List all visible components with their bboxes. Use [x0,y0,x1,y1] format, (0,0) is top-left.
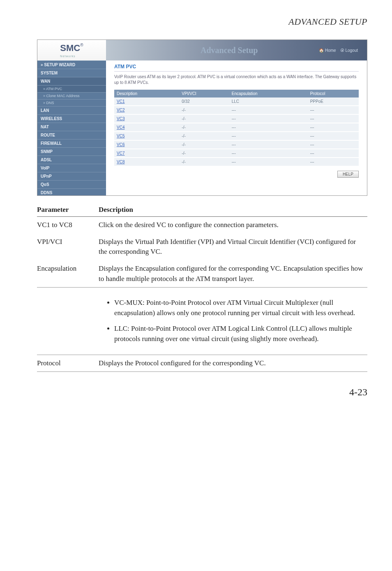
encap-cell: --- [229,114,308,123]
table-row: VC3-/------- [114,114,359,123]
router-screenshot: SMC® Networks Advanced Setup 🏠 Home ⦿ Lo… [37,39,367,196]
sidebar-item-ddns[interactable]: DDNS [37,188,106,195]
vc-link[interactable]: VC2 [117,108,125,112]
bullet-item: LLC: Point-to-Point Protocol over ATM Lo… [114,324,363,344]
sidebar-item-nat[interactable]: NAT [37,123,106,131]
encap-cell: --- [229,140,308,149]
param-cell: VPI/VCI [37,234,99,260]
vc-link[interactable]: VC6 [117,142,125,147]
sidebar-item--clone-mac-address[interactable]: » Clone MAC Address [37,92,106,99]
table-row: VC7-/------- [114,149,359,158]
proto-cell: --- [308,132,359,140]
sidebar-item--setup-wizard[interactable]: » SETUP WIZARD [37,60,106,69]
encap-cell: LLC [229,97,308,106]
vpivci-cell: -/- [179,149,229,158]
desc-cell: Displays the Protocol configured for the… [99,355,367,372]
sidebar-item-firewall[interactable]: FIREWALL [37,139,106,147]
vpivci-cell: -/- [179,106,229,114]
banner-title: Advanced Setup [201,46,258,55]
vc-link[interactable]: VC1 [117,99,125,104]
banner: Advanced Setup 🏠 Home ⦿ Logout [106,40,367,60]
vc-link[interactable]: VC5 [117,134,125,138]
sidebar-item-qos[interactable]: QoS [37,180,106,188]
vpivci-cell: -/- [179,140,229,149]
proto-cell: --- [308,114,359,123]
sidebar: » SETUP WIZARDSYSTEMWAN» ATM PVC» Clone … [37,60,106,195]
vc-link[interactable]: VC4 [117,125,125,130]
desc-cell: Displays the Encapsulation configured fo… [99,260,367,288]
param-cell: Encapsulation [37,260,99,288]
vc-link[interactable]: VC7 [117,151,125,156]
sidebar-item-wan[interactable]: WAN [37,77,106,85]
proto-cell: --- [308,106,359,114]
desc-cell: Displays the Virtual Path Identifier (VP… [99,234,367,260]
encap-cell: --- [229,106,308,114]
bullet-item: VC-MUX: Point-to-Point Protocol over ATM… [114,298,363,318]
param-cell: VC1 to VC8 [37,217,99,234]
vpivci-cell: -/- [179,132,229,140]
logo-text: SMC [60,43,80,53]
encap-cell: --- [229,132,308,140]
page-number: 4-23 [37,387,367,398]
sidebar-item--atm-pvc[interactable]: » ATM PVC [37,85,106,92]
sidebar-item--dns[interactable]: » DNS [37,99,106,106]
vpivci-cell: -/- [179,114,229,123]
vc-link[interactable]: VC8 [117,160,125,164]
help-button[interactable]: HELP [337,171,359,178]
page-title: ADVANCED SETUP [288,16,367,27]
desc-cell: Click on the desired VC to configure the… [99,217,367,234]
encap-cell: --- [229,158,308,166]
sidebar-item-voip[interactable]: VoIP [37,164,106,172]
table-row: VC5-/------- [114,132,359,140]
sidebar-item-lan[interactable]: LAN [37,106,106,114]
table-header: VPI/VCI [179,90,229,97]
section-title: ATM PVC [114,64,359,72]
table-row: VC8-/------- [114,158,359,166]
sidebar-item-upnp[interactable]: UPnP [37,172,106,180]
vpivci-cell: -/- [179,158,229,166]
sidebar-item-route[interactable]: ROUTE [37,131,106,139]
vpivci-cell: -/- [179,123,229,132]
proto-cell: --- [308,123,359,132]
content-panel: ATM PVC VoIP Router uses ATM as its laye… [106,60,367,195]
registered-mark: ® [80,43,83,47]
sidebar-item-adsl[interactable]: ADSL [37,156,106,164]
sidebar-item-snmp[interactable]: SNMP [37,147,106,156]
table-header: Encapsulation [229,90,308,97]
page-header: ADVANCED SETUP [37,16,367,27]
table-row: VC10/32LLCPPPoE [114,97,359,106]
vc-link[interactable]: VC3 [117,116,125,121]
logout-link[interactable]: ⦿ Logout [340,48,358,53]
param-cell: Protocol [37,355,99,372]
proto-cell: PPPoE [308,97,359,106]
table-row: VC2-/------- [114,106,359,114]
desc-header: Description [99,203,367,217]
proto-cell: --- [308,149,359,158]
encap-cell: --- [229,123,308,132]
proto-cell: --- [308,158,359,166]
table-row: VC6-/------- [114,140,359,149]
logo-area: SMC® Networks [37,40,106,61]
proto-cell: --- [308,140,359,149]
desc-cell: VC-MUX: Point-to-Point Protocol over ATM… [99,288,367,355]
parameter-table: Parameter Description VC1 to VC8 Click o… [37,203,367,372]
encap-cell: --- [229,149,308,158]
sidebar-item-wireless[interactable]: WIRELESS [37,114,106,123]
table-header: Description [114,90,179,97]
pvc-table: DescriptionVPI/VCIEncapsulationProtocol … [114,90,359,167]
param-header: Parameter [37,203,99,217]
table-header: Protocol [308,90,359,97]
home-link[interactable]: 🏠 Home [319,48,336,53]
vpivci-cell: 0/32 [179,97,229,106]
table-row: VC4-/------- [114,123,359,132]
titlebar: SMC® Networks Advanced Setup 🏠 Home ⦿ Lo… [37,40,367,60]
sidebar-item-system[interactable]: SYSTEM [37,69,106,77]
logo-subtext: Networks [60,55,75,58]
section-desc: VoIP Router uses ATM as its layer 2 prot… [114,74,359,86]
